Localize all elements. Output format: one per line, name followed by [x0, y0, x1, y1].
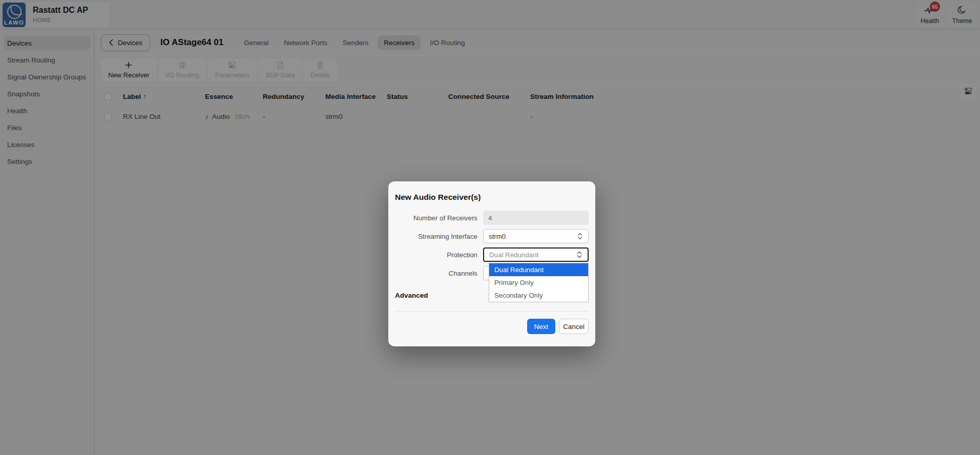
protection-value: Dual Redundant [489, 251, 538, 259]
protection-label: Protection [395, 251, 483, 259]
channels-label: Channels [395, 270, 483, 277]
streaming-interface-value: strm0 [489, 233, 506, 240]
new-audio-receivers-modal: New Audio Receiver(s) Number of Receiver… [388, 181, 595, 346]
cancel-button[interactable]: Cancel [559, 319, 589, 334]
advanced-label: Advanced [395, 292, 428, 299]
next-button[interactable]: Next [527, 319, 555, 334]
number-of-receivers-label: Number of Receivers [395, 214, 483, 222]
select-chevrons-icon [576, 251, 582, 259]
option-primary-only[interactable]: Primary Only [489, 276, 588, 289]
number-of-receivers-input[interactable]: 4 [483, 211, 589, 225]
option-secondary-only[interactable]: Secondary Only [489, 289, 588, 302]
protection-select[interactable]: Dual Redundant [483, 247, 589, 262]
streaming-interface-select[interactable]: strm0 [483, 229, 589, 243]
select-chevrons-icon [577, 232, 583, 240]
streaming-interface-label: Streaming Interface [395, 233, 483, 240]
modal-title: New Audio Receiver(s) [388, 181, 595, 211]
protection-dropdown: Dual Redundant Primary Only Secondary On… [489, 263, 589, 302]
modal-form: Number of Receivers 4 Streaming Interfac… [388, 211, 595, 280]
app-root: LAWO Rastatt DC AP HOME 65 Health [0, 0, 980, 455]
option-dual-redundant[interactable]: Dual Redundant [489, 263, 588, 276]
modal-footer: Next Cancel [388, 312, 595, 334]
